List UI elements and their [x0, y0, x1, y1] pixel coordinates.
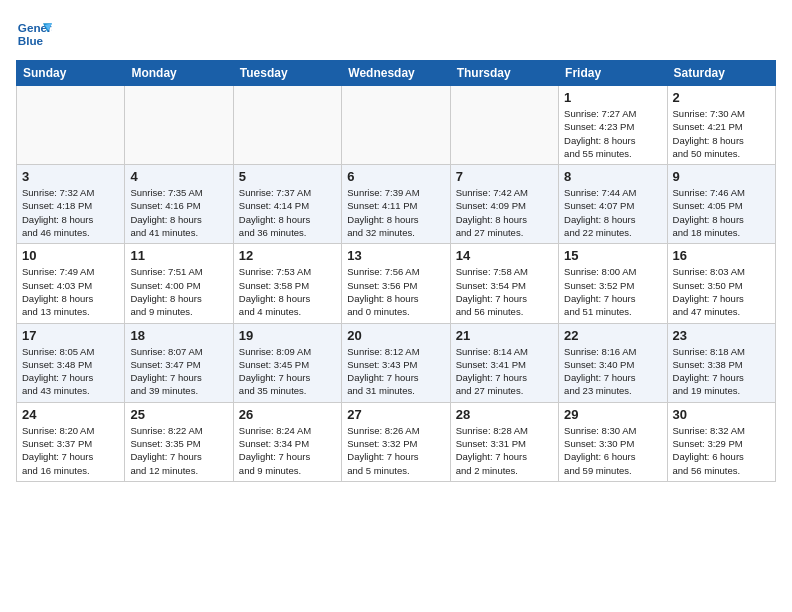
day-info: Sunrise: 8:03 AMSunset: 3:50 PMDaylight:… [673, 265, 770, 318]
calendar-cell: 18Sunrise: 8:07 AMSunset: 3:47 PMDayligh… [125, 323, 233, 402]
day-number: 27 [347, 407, 444, 422]
calendar-cell: 9Sunrise: 7:46 AMSunset: 4:05 PMDaylight… [667, 165, 775, 244]
day-number: 21 [456, 328, 553, 343]
day-number: 22 [564, 328, 661, 343]
day-info: Sunrise: 8:00 AMSunset: 3:52 PMDaylight:… [564, 265, 661, 318]
day-number: 19 [239, 328, 336, 343]
day-number: 6 [347, 169, 444, 184]
day-info: Sunrise: 7:51 AMSunset: 4:00 PMDaylight:… [130, 265, 227, 318]
day-info: Sunrise: 7:56 AMSunset: 3:56 PMDaylight:… [347, 265, 444, 318]
calendar-cell: 23Sunrise: 8:18 AMSunset: 3:38 PMDayligh… [667, 323, 775, 402]
day-number: 17 [22, 328, 119, 343]
weekday-header-row: SundayMondayTuesdayWednesdayThursdayFrid… [17, 61, 776, 86]
day-number: 3 [22, 169, 119, 184]
day-info: Sunrise: 8:30 AMSunset: 3:30 PMDaylight:… [564, 424, 661, 477]
day-number: 12 [239, 248, 336, 263]
day-info: Sunrise: 8:07 AMSunset: 3:47 PMDaylight:… [130, 345, 227, 398]
calendar-cell: 5Sunrise: 7:37 AMSunset: 4:14 PMDaylight… [233, 165, 341, 244]
day-info: Sunrise: 8:16 AMSunset: 3:40 PMDaylight:… [564, 345, 661, 398]
weekday-header-wednesday: Wednesday [342, 61, 450, 86]
day-number: 28 [456, 407, 553, 422]
logo: General Blue [16, 16, 56, 52]
calendar-cell: 28Sunrise: 8:28 AMSunset: 3:31 PMDayligh… [450, 402, 558, 481]
calendar-cell [233, 86, 341, 165]
day-info: Sunrise: 7:27 AMSunset: 4:23 PMDaylight:… [564, 107, 661, 160]
day-info: Sunrise: 8:12 AMSunset: 3:43 PMDaylight:… [347, 345, 444, 398]
day-info: Sunrise: 7:32 AMSunset: 4:18 PMDaylight:… [22, 186, 119, 239]
day-number: 18 [130, 328, 227, 343]
weekday-header-sunday: Sunday [17, 61, 125, 86]
calendar-cell: 30Sunrise: 8:32 AMSunset: 3:29 PMDayligh… [667, 402, 775, 481]
day-number: 16 [673, 248, 770, 263]
calendar-cell: 20Sunrise: 8:12 AMSunset: 3:43 PMDayligh… [342, 323, 450, 402]
day-number: 7 [456, 169, 553, 184]
calendar-cell: 26Sunrise: 8:24 AMSunset: 3:34 PMDayligh… [233, 402, 341, 481]
calendar-cell: 6Sunrise: 7:39 AMSunset: 4:11 PMDaylight… [342, 165, 450, 244]
calendar-row-3: 10Sunrise: 7:49 AMSunset: 4:03 PMDayligh… [17, 244, 776, 323]
day-number: 11 [130, 248, 227, 263]
calendar-cell [17, 86, 125, 165]
day-info: Sunrise: 8:09 AMSunset: 3:45 PMDaylight:… [239, 345, 336, 398]
calendar-cell: 17Sunrise: 8:05 AMSunset: 3:48 PMDayligh… [17, 323, 125, 402]
calendar-cell: 15Sunrise: 8:00 AMSunset: 3:52 PMDayligh… [559, 244, 667, 323]
calendar-cell: 16Sunrise: 8:03 AMSunset: 3:50 PMDayligh… [667, 244, 775, 323]
day-number: 5 [239, 169, 336, 184]
calendar-cell [342, 86, 450, 165]
day-number: 25 [130, 407, 227, 422]
calendar-cell: 1Sunrise: 7:27 AMSunset: 4:23 PMDaylight… [559, 86, 667, 165]
day-number: 24 [22, 407, 119, 422]
svg-text:Blue: Blue [18, 34, 44, 47]
day-info: Sunrise: 7:42 AMSunset: 4:09 PMDaylight:… [456, 186, 553, 239]
calendar-cell [450, 86, 558, 165]
calendar-cell: 4Sunrise: 7:35 AMSunset: 4:16 PMDaylight… [125, 165, 233, 244]
day-info: Sunrise: 7:30 AMSunset: 4:21 PMDaylight:… [673, 107, 770, 160]
calendar-cell: 21Sunrise: 8:14 AMSunset: 3:41 PMDayligh… [450, 323, 558, 402]
calendar-cell: 29Sunrise: 8:30 AMSunset: 3:30 PMDayligh… [559, 402, 667, 481]
day-number: 29 [564, 407, 661, 422]
day-number: 23 [673, 328, 770, 343]
calendar-cell: 25Sunrise: 8:22 AMSunset: 3:35 PMDayligh… [125, 402, 233, 481]
day-info: Sunrise: 8:24 AMSunset: 3:34 PMDaylight:… [239, 424, 336, 477]
weekday-header-saturday: Saturday [667, 61, 775, 86]
day-number: 8 [564, 169, 661, 184]
page-header: General Blue [16, 16, 776, 52]
calendar-cell: 7Sunrise: 7:42 AMSunset: 4:09 PMDaylight… [450, 165, 558, 244]
calendar-cell: 14Sunrise: 7:58 AMSunset: 3:54 PMDayligh… [450, 244, 558, 323]
day-number: 26 [239, 407, 336, 422]
calendar-cell: 19Sunrise: 8:09 AMSunset: 3:45 PMDayligh… [233, 323, 341, 402]
day-number: 2 [673, 90, 770, 105]
day-info: Sunrise: 8:05 AMSunset: 3:48 PMDaylight:… [22, 345, 119, 398]
weekday-header-monday: Monday [125, 61, 233, 86]
logo-icon: General Blue [16, 16, 52, 52]
calendar-row-4: 17Sunrise: 8:05 AMSunset: 3:48 PMDayligh… [17, 323, 776, 402]
calendar-row-1: 1Sunrise: 7:27 AMSunset: 4:23 PMDaylight… [17, 86, 776, 165]
day-number: 14 [456, 248, 553, 263]
calendar-cell: 3Sunrise: 7:32 AMSunset: 4:18 PMDaylight… [17, 165, 125, 244]
day-info: Sunrise: 8:20 AMSunset: 3:37 PMDaylight:… [22, 424, 119, 477]
day-info: Sunrise: 7:37 AMSunset: 4:14 PMDaylight:… [239, 186, 336, 239]
day-info: Sunrise: 7:49 AMSunset: 4:03 PMDaylight:… [22, 265, 119, 318]
calendar-cell: 27Sunrise: 8:26 AMSunset: 3:32 PMDayligh… [342, 402, 450, 481]
calendar-cell [125, 86, 233, 165]
day-info: Sunrise: 8:26 AMSunset: 3:32 PMDaylight:… [347, 424, 444, 477]
weekday-header-friday: Friday [559, 61, 667, 86]
day-info: Sunrise: 7:44 AMSunset: 4:07 PMDaylight:… [564, 186, 661, 239]
day-info: Sunrise: 8:18 AMSunset: 3:38 PMDaylight:… [673, 345, 770, 398]
calendar-cell: 10Sunrise: 7:49 AMSunset: 4:03 PMDayligh… [17, 244, 125, 323]
day-number: 10 [22, 248, 119, 263]
calendar-cell: 12Sunrise: 7:53 AMSunset: 3:58 PMDayligh… [233, 244, 341, 323]
calendar-cell: 2Sunrise: 7:30 AMSunset: 4:21 PMDaylight… [667, 86, 775, 165]
day-info: Sunrise: 7:35 AMSunset: 4:16 PMDaylight:… [130, 186, 227, 239]
day-number: 9 [673, 169, 770, 184]
day-number: 30 [673, 407, 770, 422]
day-info: Sunrise: 7:58 AMSunset: 3:54 PMDaylight:… [456, 265, 553, 318]
day-info: Sunrise: 8:28 AMSunset: 3:31 PMDaylight:… [456, 424, 553, 477]
calendar-cell: 13Sunrise: 7:56 AMSunset: 3:56 PMDayligh… [342, 244, 450, 323]
day-number: 15 [564, 248, 661, 263]
calendar-cell: 11Sunrise: 7:51 AMSunset: 4:00 PMDayligh… [125, 244, 233, 323]
day-number: 1 [564, 90, 661, 105]
calendar-table: SundayMondayTuesdayWednesdayThursdayFrid… [16, 60, 776, 482]
calendar-row-5: 24Sunrise: 8:20 AMSunset: 3:37 PMDayligh… [17, 402, 776, 481]
calendar-row-2: 3Sunrise: 7:32 AMSunset: 4:18 PMDaylight… [17, 165, 776, 244]
day-number: 20 [347, 328, 444, 343]
